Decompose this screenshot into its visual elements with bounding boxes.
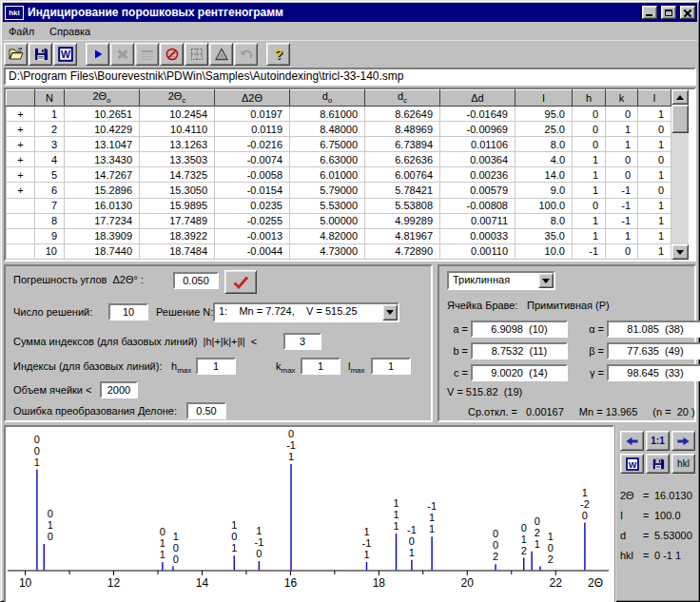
save-chart-button[interactable] <box>646 454 670 474</box>
peak-hkl-label: 1 <box>393 520 399 532</box>
minimize-button[interactable] <box>642 6 657 19</box>
a-input[interactable]: 6.9098 (10) <box>471 320 568 338</box>
scrollbar-thumb[interactable] <box>671 105 689 133</box>
cell: -0.0058 <box>215 167 290 183</box>
cell: 8.61000 <box>290 107 365 122</box>
delone-error-input[interactable]: 0.50 <box>186 402 226 419</box>
open-file-button[interactable] <box>4 43 28 66</box>
hkl-labels-button[interactable]: hkl <box>671 454 695 474</box>
cancel-table-icon <box>165 47 180 62</box>
chevron-down-icon <box>542 279 550 283</box>
table-row[interactable]: +110.265110.24540.01978.610008.62649-0.0… <box>7 107 671 122</box>
lmax-input[interactable]: 1 <box>371 358 411 375</box>
table-scrollbar[interactable] <box>671 89 689 260</box>
solutions-count-input[interactable]: 10 <box>108 303 148 320</box>
next-peak-button[interactable] <box>671 431 695 451</box>
stats-n: (n = 20 ) <box>652 406 694 418</box>
grid-icon <box>189 47 204 62</box>
table-row[interactable]: +615.289615.3050-0.01545.790005.784210.0… <box>7 183 671 198</box>
cell: 13.1263 <box>140 137 215 152</box>
delete-button[interactable] <box>110 43 134 66</box>
peak-hkl-label: -1 <box>427 500 437 512</box>
crystal-system-select[interactable]: Триклинная <box>447 271 555 290</box>
c-input[interactable]: 9.0020 (14) <box>471 364 568 381</box>
table-row[interactable]: +413.343013.3503-0.00746.630006.626360.0… <box>7 152 671 167</box>
menu-file[interactable]: Файл <box>9 26 34 37</box>
cell: 0.00236 <box>440 167 515 183</box>
dropdown-button[interactable] <box>382 304 398 320</box>
cell: 1 <box>573 183 606 198</box>
grid-button[interactable] <box>185 43 208 66</box>
maximize-button[interactable] <box>661 6 676 19</box>
cell: 18.3922 <box>140 228 215 243</box>
peak-hkl-label: 0 <box>521 522 527 534</box>
table-row[interactable]: +313.104713.1263-0.02166.750006.738940.0… <box>7 137 671 152</box>
prev-peak-button[interactable] <box>620 431 644 451</box>
readout-hkl-value: 0 -1 1 <box>654 550 695 561</box>
angle-error-input[interactable]: 0.050 <box>173 272 219 289</box>
peak-hkl-label: -2 <box>580 498 590 510</box>
x-tick-label: 20 <box>461 576 475 590</box>
table-row[interactable]: 716.013015.98950.02355.530005.53808-0.00… <box>7 198 671 213</box>
cell-marker <box>7 228 35 243</box>
scroll-down-button[interactable] <box>671 244 689 260</box>
stats-deviation: Ср.откл. = 0.00167 <box>468 406 564 418</box>
peak-hkl-label: 0 <box>34 445 40 456</box>
hmax-input[interactable]: 1 <box>196 358 236 375</box>
run-indexing-button[interactable] <box>86 43 109 66</box>
cell: 1 <box>638 107 671 122</box>
cell: 0.0235 <box>215 198 290 213</box>
scroll-up-button[interactable] <box>671 89 689 105</box>
kmax-input[interactable]: 1 <box>301 358 340 375</box>
cell: 0 <box>606 243 638 259</box>
gamma-input[interactable]: 98.645 (33) <box>607 364 700 381</box>
cell: 1 <box>638 213 671 228</box>
cell: 1 <box>638 137 671 152</box>
table-row[interactable]: 918.390918.3922-0.00134.820004.819670.00… <box>7 228 671 243</box>
beta-input[interactable]: 77.635 (49) <box>607 342 700 359</box>
help-button[interactable]: ?? <box>266 43 290 66</box>
cell-volume-input[interactable]: 2000 <box>100 381 138 398</box>
cancel-indexing-button[interactable] <box>160 43 184 66</box>
x-axis-label: 2Θ <box>588 576 603 590</box>
toolbar: W?? <box>3 40 697 67</box>
menu-help[interactable]: Справка <box>49 26 90 37</box>
readout-d-value: 5.53000 <box>654 530 695 541</box>
cell: 5.53808 <box>365 198 440 213</box>
column-header-marker <box>7 90 35 107</box>
cell: -1 <box>606 198 638 213</box>
cell: 35.0 <box>515 228 573 243</box>
peak-hkl-label: 0 <box>173 542 179 553</box>
peak-hkl-label: 0 <box>493 528 498 539</box>
cell: 10.4229 <box>65 122 140 137</box>
peak-hkl-label: 1 <box>429 523 435 534</box>
svg-text:?: ? <box>274 47 282 62</box>
b-input[interactable]: 8.7532 (11) <box>471 342 568 359</box>
zoom-1-1-button[interactable]: 1:1 <box>646 431 670 451</box>
scrollbar-track[interactable] <box>671 133 689 244</box>
column-header-Δd: Δd <box>440 90 515 107</box>
word-export-chart-button[interactable]: W <box>620 454 644 474</box>
angle-error-label: Погрешность углов Δ2Θ° : <box>13 274 144 285</box>
cell: 0 <box>573 107 606 122</box>
alpha-input[interactable]: 81.085 (38) <box>607 320 700 338</box>
table-row[interactable]: +514.726714.7325-0.00586.010006.007640.0… <box>7 167 671 183</box>
close-button[interactable] <box>680 6 695 19</box>
cell: 4.0 <box>515 152 573 167</box>
sum-indices-input[interactable]: 3 <box>283 333 321 350</box>
word-export-button[interactable]: W <box>53 43 77 66</box>
solution-select[interactable]: 1: Mn = 7.724, V = 515.25 <box>213 302 399 322</box>
table-row[interactable]: +210.422910.41100.01198.480008.48969-0.0… <box>7 122 671 137</box>
undo-button[interactable] <box>234 43 258 66</box>
cell: 1 <box>638 243 671 259</box>
table-row[interactable]: 817.723417.7489-0.02555.000004.992890.00… <box>7 213 671 228</box>
peak-hkl-label: 1 <box>231 542 237 553</box>
table-row[interactable]: 1018.744018.7484-0.00444.730004.728900.0… <box>7 243 671 259</box>
cell-marker: + <box>7 152 35 167</box>
apply-button[interactable] <box>224 270 257 294</box>
save-button[interactable] <box>29 43 52 66</box>
title-bar: hkl Индицирование порошковых рентгеногра… <box>3 3 697 22</box>
delta-button[interactable] <box>209 43 233 66</box>
table-button[interactable] <box>135 43 159 66</box>
dropdown-button[interactable] <box>538 273 554 288</box>
